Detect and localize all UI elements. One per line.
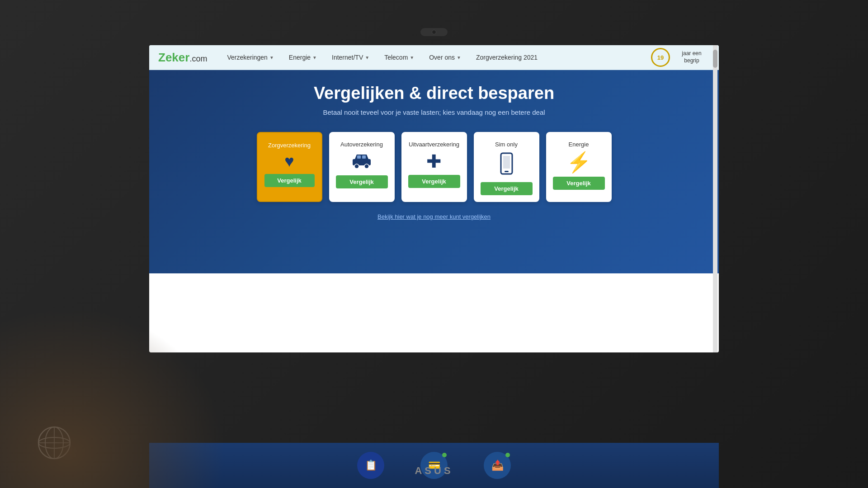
card-energie[interactable]: Energie ⚡ Vergelijk [546, 132, 612, 202]
hero-section: Vergelijken & direct besparen Betaal noo… [149, 70, 719, 273]
taskbar-dot-2 [505, 453, 510, 457]
svg-point-3 [364, 164, 369, 168]
nav-telecom[interactable]: Telecom ▼ [378, 50, 420, 65]
taskbar-share-icon[interactable]: 📤 [484, 452, 511, 479]
svg-marker-1 [355, 155, 368, 159]
vergelijk-sim-only-button[interactable]: Vergelijk [481, 182, 533, 195]
card-uitvaartverzekering[interactable]: Uitvaartverzekering ✚ Vergelijk [401, 132, 467, 202]
cross-icon: ✚ [426, 152, 442, 170]
globe-icon [36, 425, 72, 461]
chevron-down-icon: ▼ [365, 55, 369, 60]
nav-verzekeringen[interactable]: Verzekeringen ▼ [221, 50, 280, 65]
card-label-uitvaartverzekering: Uitvaartverzekering [409, 141, 459, 148]
chevron-down-icon: ▼ [269, 55, 274, 60]
vergelijk-energie-button[interactable]: Vergelijk [553, 177, 605, 190]
card-label-autoverzekering: Autoverzekering [340, 141, 383, 148]
card-label-energie: Energie [569, 141, 589, 148]
svg-rect-4 [357, 155, 361, 159]
badge-area: 19 jaar een begrip [651, 48, 710, 67]
phone-icon [499, 152, 514, 178]
webcam-lens [432, 30, 436, 34]
navbar: Zeker.com Verzekeringen ▼ Energie ▼ Inte… [149, 45, 719, 70]
card-autoverzekering[interactable]: Autoverzekering Vergelijk [329, 132, 395, 202]
chevron-down-icon: ▼ [457, 55, 461, 60]
vergelijk-autoverzekering-button[interactable]: Vergelijk [336, 175, 388, 188]
svg-rect-8 [505, 171, 509, 172]
heart-icon: ♥ [284, 153, 294, 169]
scrollbar[interactable] [713, 45, 717, 352]
webcam [420, 28, 448, 36]
logo-com: .com [189, 54, 207, 63]
chevron-down-icon: ▼ [312, 55, 317, 60]
card-sim-only[interactable]: Sim only Vergelijk [474, 132, 539, 202]
card-label-sim-only: Sim only [495, 141, 518, 148]
car-icon [350, 152, 373, 171]
more-compare-link[interactable]: Bekijk hier wat je nog meer kunt vergeli… [176, 213, 692, 220]
logo[interactable]: Zeker.com [158, 51, 207, 65]
vergelijk-zorgverzekering-button[interactable]: Vergelijk [264, 174, 315, 187]
svg-rect-5 [362, 155, 366, 159]
svg-rect-7 [503, 156, 510, 169]
taskbar-clipboard-icon[interactable]: 📋 [357, 452, 384, 479]
nav-zorgverzekering[interactable]: Zorgverzekering 2021 [470, 50, 544, 65]
card-zorgverzekering[interactable]: Zorgverzekering ♥ Vergelijk [257, 132, 322, 202]
nav-internet-tv[interactable]: Internet/TV ▼ [326, 50, 376, 65]
badge-years-text: jaar een begrip [674, 50, 710, 64]
svg-point-2 [354, 164, 359, 168]
hero-subtitle: Betaal nooit teveel voor je vaste lasten… [176, 108, 692, 116]
nav-over-ons[interactable]: Over ons ▼ [423, 50, 467, 65]
badge-years-number: 19 [657, 54, 664, 61]
vergelijk-uitvaartverzekering-button[interactable]: Vergelijk [408, 175, 460, 188]
asus-brand: ASUS [415, 465, 453, 477]
nav-energie[interactable]: Energie ▼ [283, 50, 323, 65]
screen-area: Zeker.com Verzekeringen ▼ Energie ▼ Inte… [149, 45, 719, 352]
cards-row: Zorgverzekering ♥ Vergelijk Autoverzeker… [176, 132, 692, 202]
nav-items: Verzekeringen ▼ Energie ▼ Internet/TV ▼ … [221, 50, 651, 65]
badge-years-circle: 19 [651, 48, 670, 67]
scrollbar-thumb[interactable] [713, 50, 717, 68]
logo-zeker: Zeker [158, 51, 189, 64]
lightning-icon: ⚡ [566, 152, 591, 172]
taskbar-dot [442, 453, 447, 457]
chevron-down-icon: ▼ [410, 55, 414, 60]
card-label-zorgverzekering: Zorgverzekering [268, 142, 311, 149]
hero-title: Vergelijken & direct besparen [176, 84, 692, 103]
